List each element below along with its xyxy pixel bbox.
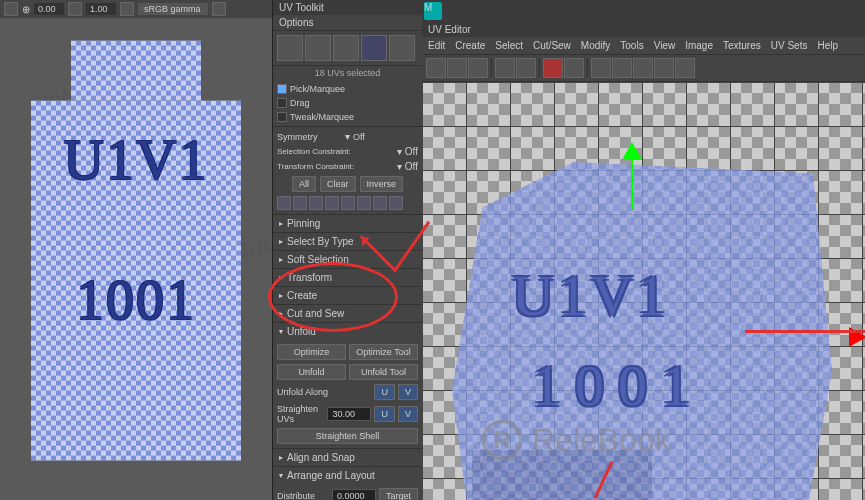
convert-icon[interactable] <box>341 196 355 210</box>
optimize-button[interactable]: Optimize <box>277 344 346 360</box>
toolkit-scroll[interactable]: Pick/Marquee Drag Tweak/Marquee Symmetry… <box>273 80 422 500</box>
optimize-tool-button[interactable]: Optimize Tool <box>349 344 418 360</box>
relebook-icon: R <box>482 420 522 460</box>
annotation-line <box>745 330 865 333</box>
straighten-shell-button[interactable]: Straighten Shell <box>277 428 418 444</box>
left-viewport-panel: ⊕ 0.00 1.00 sRGB gamma ReleBook ReleBook… <box>0 0 272 500</box>
symmetry-value[interactable]: Off <box>353 132 418 142</box>
uv-editor-menubar: Edit Create Select Cut/Sew Modify Tools … <box>422 37 865 55</box>
cut-sew-section-header[interactable]: Cut and Sew <box>273 305 422 322</box>
menu-modify[interactable]: Modify <box>581 40 610 51</box>
arrange-layout-section-header[interactable]: Arrange and Layout <box>273 467 422 484</box>
gizmo-y-axis[interactable] <box>631 160 633 210</box>
pick-marquee-check[interactable] <box>277 84 287 94</box>
shell-mode-icon[interactable] <box>389 35 415 61</box>
pick-marquee-label: Pick/Marquee <box>290 84 418 94</box>
uv-tile-label: U1V1 <box>64 128 209 192</box>
trans-constraint-value[interactable]: Off <box>405 161 418 172</box>
menu-textures[interactable]: Textures <box>723 40 761 51</box>
toolbar-icon[interactable] <box>654 58 674 78</box>
select-all-button[interactable]: All <box>292 176 316 192</box>
convert-icon[interactable] <box>293 196 307 210</box>
vertex-mode-icon[interactable] <box>277 35 303 61</box>
sel-constraint-label: Selection Constraint: <box>277 147 394 156</box>
select-by-type-section-header[interactable]: Select By Type <box>273 233 422 250</box>
toolbar-icon[interactable] <box>591 58 611 78</box>
toolbar-plus-icon[interactable]: ⊕ <box>22 4 30 15</box>
convert-icon[interactable] <box>309 196 323 210</box>
transform-section-header[interactable]: Transform <box>273 269 422 286</box>
unfold-button[interactable]: Unfold <box>277 364 346 380</box>
tweak-marquee-check[interactable] <box>277 112 287 122</box>
uv-toolkit-options-menu[interactable]: Options <box>273 15 422 31</box>
clear-button[interactable]: Clear <box>320 176 356 192</box>
uv-tile-number: 1001 <box>76 268 196 332</box>
unfold-section-header[interactable]: Unfold <box>273 323 422 340</box>
toolbar-icon[interactable] <box>516 58 536 78</box>
toolbar-icon[interactable] <box>612 58 632 78</box>
straighten-u-button[interactable]: U <box>374 406 395 422</box>
menu-uv-sets[interactable]: UV Sets <box>771 40 808 51</box>
distribute-label: Distribute <box>277 491 329 500</box>
menu-create[interactable]: Create <box>455 40 485 51</box>
snapshot-icon[interactable] <box>543 58 563 78</box>
target-button[interactable]: Target <box>379 488 418 500</box>
menu-view[interactable]: View <box>654 40 676 51</box>
selection-mode-icons <box>273 31 422 66</box>
soft-selection-section-header[interactable]: Soft Selection <box>273 251 422 268</box>
create-section-header[interactable]: Create <box>273 287 422 304</box>
exposure-field[interactable]: 0.00 <box>34 3 64 15</box>
sel-constraint-value[interactable]: Off <box>405 146 418 157</box>
toolbar-icon[interactable] <box>212 2 226 16</box>
symmetry-label: Symmetry <box>277 132 342 142</box>
maya-logo-icon: M <box>424 2 442 20</box>
menu-tools[interactable]: Tools <box>620 40 643 51</box>
selection-count-label: 18 UVs selected <box>273 66 422 80</box>
menu-cut-sew[interactable]: Cut/Sew <box>533 40 571 51</box>
straighten-v-button[interactable]: V <box>398 406 418 422</box>
pinning-section-header[interactable]: Pinning <box>273 215 422 232</box>
drag-label: Drag <box>290 98 418 108</box>
drag-check[interactable] <box>277 98 287 108</box>
inverse-button[interactable]: Inverse <box>360 176 404 192</box>
unfold-tool-button[interactable]: Unfold Tool <box>349 364 418 380</box>
toolbar-icon[interactable] <box>495 58 515 78</box>
uv-mode-icon[interactable] <box>361 35 387 61</box>
uv-toolkit-title: UV Toolkit <box>273 0 422 15</box>
move-gizmo-y-icon[interactable] <box>622 142 642 160</box>
unfold-v-button[interactable]: V <box>398 384 418 400</box>
perspective-viewport[interactable]: ReleBook ReleBook ReleBook U1V1 1001 <box>0 18 272 500</box>
toolbar-icon[interactable] <box>633 58 653 78</box>
toolbar-icon[interactable] <box>675 58 695 78</box>
distribute-input[interactable] <box>332 489 376 500</box>
gamma-field[interactable]: 1.00 <box>86 3 116 15</box>
menu-edit[interactable]: Edit <box>428 40 445 51</box>
toolbar-icon[interactable] <box>426 58 446 78</box>
menu-select[interactable]: Select <box>495 40 523 51</box>
uv-editor-title: UV Editor <box>422 22 865 37</box>
edge-mode-icon[interactable] <box>305 35 331 61</box>
uv-editor-viewport[interactable]: U1V1 1001 R ReleBook <box>422 82 865 500</box>
unfold-u-button[interactable]: U <box>374 384 395 400</box>
convert-icon[interactable] <box>325 196 339 210</box>
mesh-object[interactable] <box>31 41 241 461</box>
left-toolbar: ⊕ 0.00 1.00 sRGB gamma <box>0 0 272 18</box>
convert-icon[interactable] <box>389 196 403 210</box>
uv-toolkit-panel: UV Toolkit Options 18 UVs selected Pick/… <box>272 0 422 500</box>
align-snap-section-header[interactable]: Align and Snap <box>273 449 422 466</box>
toolbar-icon[interactable] <box>68 2 82 16</box>
menu-help[interactable]: Help <box>817 40 838 51</box>
convert-icon[interactable] <box>373 196 387 210</box>
straighten-angle-input[interactable] <box>327 407 371 421</box>
uv-editor-toolbar <box>422 55 865 82</box>
convert-icon[interactable] <box>357 196 371 210</box>
face-mode-icon[interactable] <box>333 35 359 61</box>
toolbar-icon[interactable] <box>447 58 467 78</box>
menu-image[interactable]: Image <box>685 40 713 51</box>
colorspace-select[interactable]: sRGB gamma <box>138 3 208 15</box>
convert-icon[interactable] <box>277 196 291 210</box>
toolbar-icon[interactable] <box>468 58 488 78</box>
toolbar-icon[interactable] <box>120 2 134 16</box>
toolbar-icon[interactable] <box>564 58 584 78</box>
toolbar-icon[interactable] <box>4 2 18 16</box>
